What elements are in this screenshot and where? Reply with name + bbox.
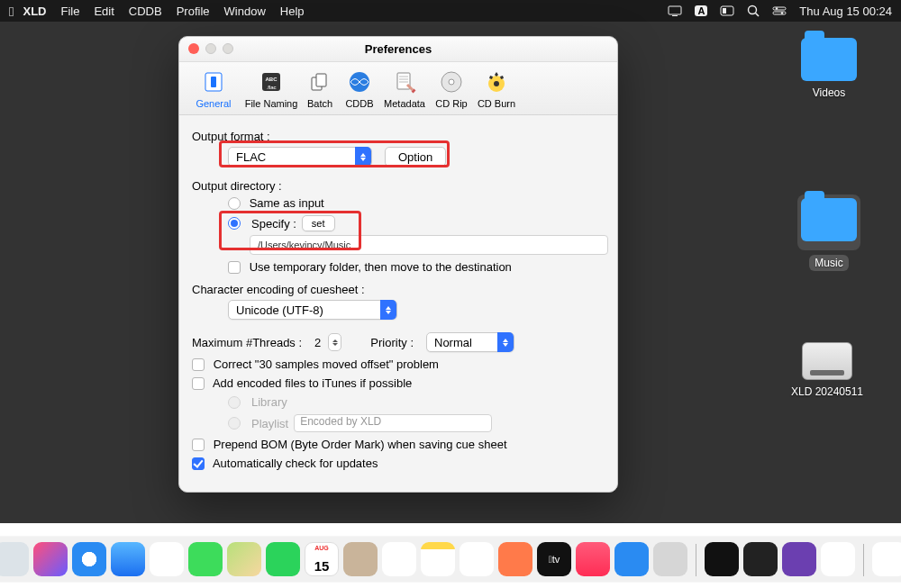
zoom-button[interactable] [223, 43, 233, 54]
dock-app-appstore[interactable] [614, 542, 649, 576]
control-center-icon[interactable] [772, 5, 787, 16]
checkbox-label: Automatically check for updates [213, 457, 378, 470]
tab-cddb[interactable]: CDDB [340, 66, 379, 113]
threads-stepper[interactable]: 2 [314, 333, 341, 351]
tab-label: CD Rip [435, 98, 467, 109]
tab-label: File Naming [245, 98, 298, 109]
dock-app-terminal[interactable] [705, 542, 739, 576]
set-button[interactable]: set [302, 215, 335, 231]
dock-app-music[interactable] [576, 542, 610, 576]
app-menu[interactable]: XLD [23, 5, 46, 18]
radio-label: Same as input [250, 196, 324, 210]
encoding-select[interactable]: Unicode (UTF-8) [228, 300, 397, 320]
apple-menu-icon[interactable]:  [9, 4, 14, 19]
cd-burn-icon [473, 68, 520, 96]
tab-cd-rip[interactable]: CD Rip [430, 66, 473, 113]
desktop-folder-label: Music [809, 255, 848, 271]
close-button[interactable] [188, 43, 199, 54]
svg-rect-16 [316, 74, 326, 86]
svg-text:.flac: .flac [266, 85, 276, 90]
desktop-folder-music[interactable]: Music [793, 194, 865, 275]
dock-app-notes[interactable] [421, 542, 455, 576]
tab-metadata[interactable]: Metadata [379, 66, 430, 113]
menu-profile[interactable]: Profile [177, 5, 210, 18]
general-icon [185, 68, 242, 96]
radio-label: Library [251, 395, 287, 409]
menubar-clock[interactable]: Thu Aug 15 00:24 [799, 5, 892, 18]
batch-icon [300, 68, 340, 96]
menu-edit[interactable]: Edit [94, 5, 114, 18]
desktop-drive-xld[interactable]: XLD 20240511 [786, 342, 869, 402]
radio-specify[interactable] [228, 217, 241, 230]
tab-file-naming[interactable]: ABC.flac File Naming [242, 66, 300, 113]
dock-app-calendar[interactable]: AUG15 [305, 542, 339, 576]
checkbox-auto-update[interactable] [192, 457, 205, 470]
dock-app-safari[interactable] [72, 542, 106, 576]
menu-cddb[interactable]: CDDB [129, 5, 162, 18]
dock-app-mpv[interactable] [782, 542, 816, 576]
checkbox-label: Prepend BOM (Byte Order Mark) when savin… [214, 438, 507, 451]
input-source-badge[interactable]: A [695, 5, 707, 16]
desktop-folder-videos[interactable]: Videos [793, 38, 865, 103]
tab-general[interactable]: General [185, 66, 242, 113]
file-naming-icon: ABC.flac [242, 68, 300, 96]
dock-app-shortcuts[interactable] [33, 542, 68, 576]
select-arrows-icon [380, 300, 396, 320]
metadata-icon [379, 68, 430, 96]
window-title: Preferences [365, 42, 432, 56]
dock-app-freeform[interactable] [460, 542, 494, 576]
priority-label: Priority : [370, 336, 414, 349]
dock-app-mail[interactable] [111, 542, 145, 576]
tab-cd-burn[interactable]: CD Burn [473, 66, 520, 113]
output-path-field[interactable]: /Users/kevincy/Music [250, 235, 608, 255]
svg-text:ABC: ABC [266, 77, 278, 82]
output-directory-label: Output directory : [192, 179, 605, 193]
dock-separator [863, 544, 864, 576]
dock-app-textedit[interactable] [872, 542, 901, 576]
select-arrows-icon [355, 147, 371, 167]
checkbox-label: Correct "30 samples moved offset" proble… [214, 357, 439, 371]
select-value: Normal [434, 336, 490, 349]
dock-app-messages[interactable] [188, 542, 223, 576]
menu-help[interactable]: Help [280, 5, 305, 18]
menu-file[interactable]: File [60, 5, 79, 18]
tab-batch[interactable]: Batch [300, 66, 340, 113]
select-value: Unicode (UTF-8) [236, 303, 373, 317]
svg-rect-6 [773, 7, 786, 10]
dock-app-vlc[interactable] [821, 542, 855, 576]
dock-app-maps[interactable] [227, 542, 261, 576]
desktop-folder-label: Videos [793, 86, 865, 99]
cddb-icon [340, 68, 379, 96]
svg-point-8 [776, 7, 778, 9]
window-titlebar[interactable]: Preferences [179, 37, 617, 62]
dock-app-launchpad[interactable] [0, 542, 29, 576]
stepper-arrows-icon[interactable] [328, 333, 341, 351]
output-format-select[interactable]: FLAC [228, 147, 372, 167]
menu-window[interactable]: Window [224, 5, 266, 18]
dock-app-settings[interactable] [653, 542, 687, 576]
dock-app-contacts[interactable] [343, 542, 378, 576]
minimize-button[interactable] [205, 43, 216, 54]
svg-rect-3 [723, 8, 726, 14]
dock-app-iterm[interactable] [743, 542, 778, 576]
dock-app-generic[interactable] [498, 542, 532, 576]
stage-manager-icon[interactable] [720, 5, 734, 16]
window-traffic-lights [188, 43, 233, 54]
checkbox-correct-offset[interactable] [192, 358, 205, 371]
checkbox-label: Add encoded files to iTunes if possible [213, 376, 412, 390]
checkbox-prepend-bom[interactable] [192, 439, 205, 451]
dock-app-reminders[interactable] [382, 542, 416, 576]
screen-mirroring-icon[interactable] [668, 5, 682, 16]
dock-app-tv[interactable]: tv [537, 542, 571, 576]
checkbox-use-temp[interactable] [228, 261, 241, 274]
dock-app-photos[interactable] [150, 542, 184, 576]
svg-rect-0 [669, 6, 681, 14]
priority-select[interactable]: Normal [426, 332, 514, 352]
tab-label: Metadata [384, 98, 425, 109]
checkbox-add-itunes[interactable] [192, 377, 205, 390]
playlist-name-field: Encoded by XLD [294, 414, 492, 432]
dock-app-facetime[interactable] [266, 542, 300, 576]
radio-same-as-input[interactable] [228, 197, 241, 210]
spotlight-icon[interactable] [747, 5, 760, 17]
option-button[interactable]: Option [385, 147, 446, 167]
